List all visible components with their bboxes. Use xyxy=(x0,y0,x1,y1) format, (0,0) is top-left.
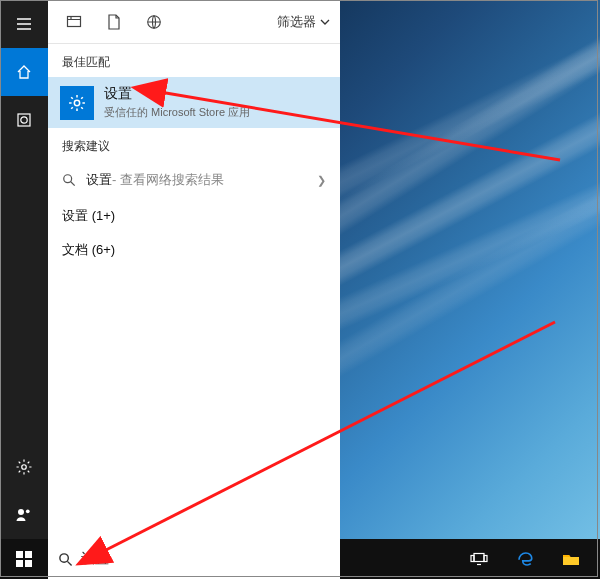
clock-icon[interactable] xyxy=(0,96,48,144)
filter-label: 筛选器 xyxy=(277,13,316,31)
settings-gear-icon[interactable] xyxy=(0,443,48,491)
search-panel: 筛选器 最佳匹配 设置 受信任的 Microsoft Store 应用 搜索建议… xyxy=(48,0,340,539)
svg-rect-16 xyxy=(484,556,487,562)
best-match-header: 最佳匹配 xyxy=(48,44,340,77)
search-icon xyxy=(58,552,73,567)
web-tab-icon[interactable] xyxy=(134,0,174,44)
svg-rect-11 xyxy=(16,560,23,567)
svg-rect-10 xyxy=(25,551,32,558)
best-match-subtitle: 受信任的 Microsoft Store 应用 xyxy=(104,105,250,120)
category-documents[interactable]: 文档 (6+) xyxy=(48,233,340,267)
taskbar-search-box[interactable] xyxy=(48,539,340,579)
svg-point-8 xyxy=(64,175,72,183)
category-label: 文档 xyxy=(62,242,88,257)
svg-rect-0 xyxy=(18,114,30,126)
category-count: (1+) xyxy=(92,208,115,223)
documents-tab-icon[interactable] xyxy=(94,0,134,44)
search-suggestion[interactable]: 设置 - 查看网络搜索结果 ❯ xyxy=(48,161,340,199)
chevron-down-icon xyxy=(320,17,330,27)
edge-icon[interactable] xyxy=(502,539,548,579)
svg-point-13 xyxy=(60,553,68,561)
suggestions-header: 搜索建议 xyxy=(48,128,340,161)
best-match-title: 设置 xyxy=(104,85,250,103)
menu-icon[interactable] xyxy=(0,0,48,48)
taskbar xyxy=(0,539,600,579)
category-count: (6+) xyxy=(92,242,115,257)
start-button[interactable] xyxy=(0,539,48,579)
svg-point-4 xyxy=(26,509,30,513)
svg-point-7 xyxy=(74,100,79,105)
svg-rect-15 xyxy=(471,556,474,562)
filter-dropdown[interactable]: 筛选器 xyxy=(277,13,334,31)
svg-rect-9 xyxy=(16,551,23,558)
suggestion-hint: - 查看网络搜索结果 xyxy=(112,171,224,189)
search-rail xyxy=(0,0,48,539)
apps-tab-icon[interactable] xyxy=(54,0,94,44)
explorer-icon[interactable] xyxy=(548,539,594,579)
suggestion-term: 设置 xyxy=(86,171,112,189)
task-view-icon[interactable] xyxy=(456,539,502,579)
svg-rect-5 xyxy=(68,16,81,26)
svg-rect-14 xyxy=(474,554,484,562)
svg-point-3 xyxy=(18,509,24,515)
svg-point-2 xyxy=(22,465,27,470)
panel-tabs: 筛选器 xyxy=(48,0,340,44)
category-label: 设置 xyxy=(62,208,88,223)
category-settings[interactable]: 设置 (1+) xyxy=(48,199,340,233)
system-tray xyxy=(456,539,600,579)
feedback-icon[interactable] xyxy=(0,491,48,539)
svg-point-1 xyxy=(21,117,27,123)
settings-app-icon xyxy=(60,86,94,120)
panel-body: 最佳匹配 设置 受信任的 Microsoft Store 应用 搜索建议 设置 … xyxy=(48,44,340,539)
home-icon[interactable] xyxy=(0,48,48,96)
chevron-right-icon: ❯ xyxy=(317,174,326,187)
svg-rect-12 xyxy=(25,560,32,567)
search-icon xyxy=(62,173,76,187)
search-input[interactable] xyxy=(81,551,330,567)
best-match-item[interactable]: 设置 受信任的 Microsoft Store 应用 xyxy=(48,77,340,128)
